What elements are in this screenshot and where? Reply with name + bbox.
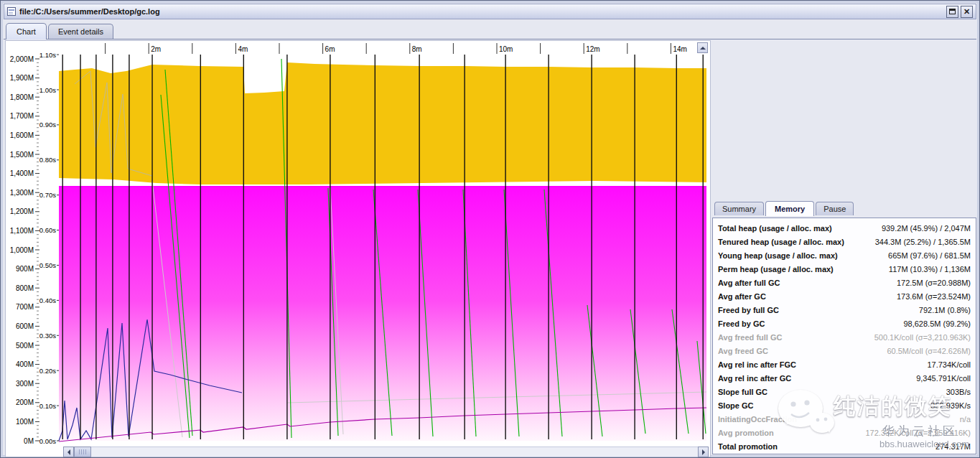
pause-axis-label: 0.40s — [39, 296, 56, 304]
tab-pause[interactable]: Pause — [816, 202, 854, 215]
pause-axis-label: 0.80s — [39, 156, 56, 164]
memory-stat-row: Avg freed full GC500.1K/coll (σ=3,210.96… — [713, 330, 976, 344]
stat-label: Freed by full GC — [718, 306, 779, 314]
x-axis-label: 2m — [151, 45, 161, 53]
memory-axis-label: 900M — [16, 265, 34, 273]
memory-axis-label: 1,300M — [10, 189, 34, 197]
memory-stat-row: Avg promotion172.332K/coll (σ=2,959.416K… — [713, 426, 976, 439]
memory-axis-label: 1,700M — [10, 112, 34, 120]
tab-event-details[interactable]: Event details — [48, 24, 113, 39]
scroll-up-button[interactable] — [697, 42, 708, 53]
stat-label: Slope full GC — [718, 388, 767, 396]
pause-axis-label: 0.90s — [39, 121, 56, 128]
tab-divider — [4, 39, 976, 39]
tab-chart[interactable]: Chart — [6, 23, 47, 39]
memory-axis-label: 1,600M — [10, 131, 34, 139]
memory-stat-row: Avg after full GC172.5M (σ=20.988M) — [713, 276, 976, 289]
stat-value: 500.1K/coll (σ=3,210.963K) — [874, 333, 971, 342]
pause-axis-label: 0.50s — [39, 261, 56, 269]
memory-axis-label: 1,400M — [10, 169, 34, 177]
stat-label: Avg rel inc after GC — [718, 374, 791, 383]
stat-label: InitiatingOccFraction — [718, 415, 797, 424]
close-button[interactable]: ✕ — [961, 6, 973, 18]
total-heap-area — [59, 62, 706, 184]
memory-axis-label: 2,000M — [10, 55, 34, 63]
scrollbar-track[interactable] — [91, 447, 698, 457]
memory-axis-label: 1,800M — [10, 93, 34, 101]
stat-label: Total promotion — [718, 442, 778, 451]
memory-stat-row: Slope full GC303B/s — [713, 385, 976, 398]
stat-label: Slope GC — [718, 401, 754, 410]
window-buttons: ✕ — [946, 6, 973, 18]
memory-stat-row: Tenured heap (usage / alloc. max)344.3M … — [713, 235, 976, 248]
left-arrow-icon — [65, 449, 70, 455]
tab-memory[interactable]: Memory — [765, 201, 814, 216]
memory-axis-label: 800M — [16, 284, 34, 292]
stat-value: 274.317M — [935, 442, 971, 451]
x-axis-label: 14m — [673, 45, 686, 53]
pause-axis-label: 0.60s — [39, 226, 56, 234]
memory-axis-label: 600M — [16, 322, 34, 330]
stat-label: Avg after full GC — [718, 279, 780, 287]
stat-label: Freed by GC — [718, 319, 765, 328]
stat-value: 98,628.5M (99.2%) — [903, 319, 971, 328]
up-arrow-icon — [700, 44, 706, 50]
memory-stat-row: Total heap (usage / alloc. max)939.2M (4… — [713, 221, 976, 235]
memory-stat-row: InitiatingOccFractionn/a — [713, 412, 976, 426]
memory-axis-label: 700M — [16, 303, 34, 311]
scroll-left-button[interactable] — [63, 447, 74, 457]
right-arrow-icon — [702, 449, 708, 455]
info-tab-bar: SummaryMemoryPause — [714, 201, 854, 215]
stat-label: Tenured heap (usage / alloc. max) — [718, 238, 844, 246]
stat-label: Young heap (usage / alloc. max) — [718, 251, 838, 260]
stat-label: Avg freed full GC — [718, 333, 782, 342]
stat-label: Perm heap (usage / alloc. max) — [718, 265, 834, 274]
stat-value: 117M (10.3%) / 1,136M — [889, 265, 971, 274]
window-titlebar[interactable]: file:/C:/Users/summer/Desktop/gc.log ✕ — [4, 4, 976, 19]
x-axis-label: 12m — [586, 45, 599, 53]
memory-stat-row: Avg rel inc after FGC17.734K/coll — [713, 357, 976, 371]
memory-axis-label: 200M — [16, 398, 34, 406]
stat-value: 173.6M (σ=23.524M) — [897, 292, 971, 301]
stat-value: n/a — [960, 415, 971, 424]
x-axis-label: 8m — [412, 45, 422, 53]
tab-summary[interactable]: Summary — [714, 202, 764, 215]
scroll-right-button[interactable] — [698, 447, 709, 457]
stat-value: 792.1M (0.8%) — [919, 306, 971, 314]
memory-stat-row: Young heap (usage / alloc. max)665M (97.… — [713, 248, 976, 262]
memory-stat-row: Freed by GC98,628.5M (99.2%) — [713, 317, 976, 330]
memory-stat-row: Avg rel inc after GC9,345.791K/coll — [713, 371, 976, 385]
pause-axis-label: 0.30s — [39, 332, 56, 340]
main-tab-bar: ChartEvent details — [6, 22, 113, 39]
stat-value: 172.332K/coll (σ=2,959.416K) — [865, 429, 971, 437]
pause-axis-label: 0.20s — [39, 367, 56, 375]
document-icon — [7, 7, 16, 16]
memory-axis-label: 100M — [16, 418, 34, 426]
x-axis-label: 6m — [325, 45, 335, 53]
stat-label: Avg after GC — [718, 292, 766, 301]
pause-axis-label: 1.00s — [39, 86, 56, 94]
memory-axis-label: 400M — [16, 360, 34, 368]
close-icon: ✕ — [963, 8, 970, 16]
maximize-icon — [949, 9, 956, 14]
info-panel: SummaryMemoryPause Total heap (usage / a… — [712, 40, 976, 454]
memory-stat-row: Avg freed GC60.5M/coll (σ=42.626M) — [713, 344, 976, 357]
pause-axis-label: 0.10s — [39, 402, 56, 410]
stat-value: 303B/s — [946, 388, 971, 396]
stat-label: Avg freed GC — [718, 347, 768, 355]
x-axis-label: 10m — [499, 45, 513, 53]
maximize-button[interactable] — [946, 6, 958, 18]
stat-value: 665M (97.6%) / 681.5M — [888, 251, 971, 260]
memory-stat-row: Slope GC352.939K/s — [713, 398, 976, 412]
scrollbar-thumb[interactable] — [74, 447, 91, 457]
stat-label: Avg rel inc after FGC — [718, 360, 796, 369]
pause-axis-label: 1.10s — [39, 51, 56, 59]
memory-stats-panel: Total heap (usage / alloc. max)939.2M (4… — [712, 218, 976, 454]
memory-axis-label: 300M — [16, 380, 34, 388]
memory-stat-row: Freed by full GC792.1M (0.8%) — [713, 303, 976, 317]
memory-axis-label: 1,000M — [10, 246, 34, 254]
stat-value: 60.5M/coll (σ=42.626M) — [887, 347, 971, 355]
chart-panel: 2,000M1,900M1,800M1,700M1,600M1,500M1,40… — [5, 40, 711, 457]
horizontal-scrollbar[interactable] — [63, 447, 709, 457]
stat-value: 352.939K/s — [930, 401, 971, 410]
